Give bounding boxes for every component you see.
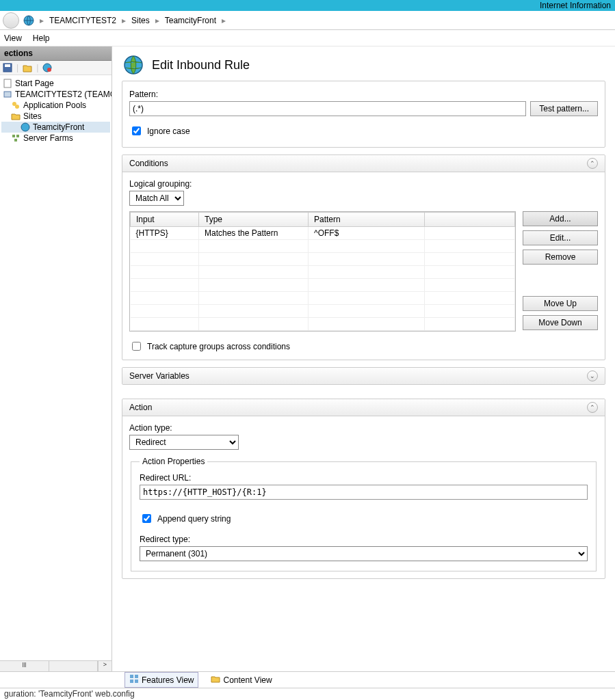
svg-rect-16 [130,679,133,683]
scrollbar-track[interactable] [49,661,99,671]
move-down-button[interactable]: Move Down [523,315,598,330]
ignore-case-label: Ignore case [147,126,190,136]
scrollbar-track[interactable]: Ⅲ [0,661,49,671]
tree-server[interactable]: TEAMCITYTEST2 (TEAMCITY [1,89,110,100]
action-type-select[interactable]: Redirect [129,435,239,450]
table-row: . [131,279,515,292]
tab-content-view[interactable]: Content View [207,673,276,687]
remove-condition-button[interactable]: Remove [523,250,598,265]
action-properties-legend: Action Properties [140,457,207,466]
svg-rect-17 [135,679,138,683]
chevron-right-icon: ▸ [122,16,126,25]
table-row: . [131,266,515,279]
edit-condition-button[interactable]: Edit... [523,230,598,245]
add-condition-button[interactable]: Add... [523,211,598,226]
menu-help[interactable]: Help [33,33,50,43]
tree-site-teamcityfront[interactable]: TeamcityFront [1,122,110,133]
server-icon [3,90,12,99]
content-icon [211,674,220,686]
serverfarms-icon [11,133,21,143]
server-variables-title: Server Variables [129,371,189,381]
redirect-url-input[interactable] [140,485,588,500]
action-title: Action [129,403,152,412]
status-text: guration: 'TeamcityFront' web.config [4,689,135,699]
separator: | [36,63,38,72]
connections-tree: Start Page TEAMCITYTEST2 (TEAMCITY Appli… [0,75,112,660]
svg-rect-5 [4,79,11,88]
conditions-title: Conditions [129,159,168,168]
help-icon[interactable] [42,63,52,72]
save-icon[interactable] [3,63,12,72]
chevron-right-icon: ▸ [222,16,226,25]
action-type-label: Action type: [129,423,598,433]
col-type[interactable]: Type [199,213,309,227]
test-pattern-button[interactable]: Test pattern... [530,101,598,116]
status-bar: guration: 'TeamcityFront' web.config [0,688,615,700]
tree-server-farms[interactable]: Server Farms [1,133,110,144]
separator: | [16,63,18,72]
ignore-case-checkbox[interactable] [132,126,141,135]
redirect-url-label: Redirect URL: [140,473,588,483]
breadcrumb-site[interactable]: TeamcityFront [165,16,216,25]
table-row: . [131,240,515,253]
tree-start-page[interactable]: Start Page [1,78,110,89]
rule-globe-icon [123,55,144,75]
logical-grouping-label: Logical grouping: [129,179,598,189]
nav-back-button[interactable] [3,12,19,29]
tab-features-view[interactable]: Features View [125,672,198,688]
content-pane: Edit Inbound Rule Pattern: Test pattern.… [112,46,615,671]
window-title: Internet Information [540,1,611,10]
pattern-label: Pattern: [129,90,598,99]
globe-icon [21,122,30,132]
redirect-type-label: Redirect type: [140,535,588,544]
logical-grouping-select[interactable]: Match All [129,191,184,206]
table-row: . [131,292,515,305]
apppools-icon [11,100,21,110]
svg-rect-2 [5,64,10,67]
append-query-label: Append query string [157,514,231,524]
move-up-button[interactable]: Move Up [523,296,598,311]
collapse-button[interactable]: ⌃ [587,158,598,169]
chevron-right-icon: ▸ [40,16,44,25]
pattern-input[interactable] [129,101,526,116]
append-query-checkbox[interactable] [142,514,151,523]
svg-point-8 [15,105,19,109]
page-icon [3,79,12,88]
window-titlebar: Internet Information [0,0,615,11]
table-row: . [131,318,515,331]
folder-icon[interactable] [23,63,32,72]
svg-rect-12 [14,139,17,142]
svg-point-4 [47,68,51,72]
match-url-panel: Pattern: Test pattern... Ignore case [122,81,605,148]
svg-rect-15 [135,675,138,678]
tree-app-pools[interactable]: Application Pools [1,100,110,111]
breadcrumb-server[interactable]: TEAMCITYTEST2 [49,16,116,25]
expand-button[interactable]: ⌄ [587,371,598,381]
svg-point-9 [21,123,29,131]
server-variables-panel: Server Variables ⌄ [122,367,605,385]
globe-icon [23,15,34,26]
tree-sites[interactable]: Sites [1,111,110,122]
svg-rect-14 [130,675,133,678]
table-row: . [131,253,515,266]
redirect-type-select[interactable]: Permanent (301) [140,546,588,561]
svg-rect-11 [16,135,19,137]
svg-rect-10 [12,135,15,137]
action-properties-fieldset: Action Properties Redirect URL: Append q… [131,457,597,571]
sidebar-scrollbar[interactable]: Ⅲ > [0,660,112,671]
col-input[interactable]: Input [131,213,199,227]
menu-view[interactable]: View [4,33,22,43]
menu-bar: View Help [0,30,615,46]
table-row[interactable]: {HTTPS} Matches the Pattern ^OFF$ [131,227,515,240]
col-pattern[interactable]: Pattern [309,213,425,227]
chevron-right-icon: ▸ [155,16,159,25]
collapse-button[interactable]: ⌃ [587,402,598,413]
breadcrumb-sites[interactable]: Sites [131,16,150,25]
track-capture-checkbox[interactable] [132,342,141,351]
conditions-table[interactable]: Input Type Pattern {HTTPS} Matches the P… [129,211,516,332]
connections-sidebar: ections | | Start Page TEAMCITYTEST2 (TE… [0,46,112,671]
address-bar: ▸ TEAMCITYTEST2 ▸ Sites ▸ TeamcityFront … [0,11,615,30]
page-title: Edit Inbound Rule [152,58,250,72]
scroll-right-icon[interactable]: > [98,661,112,671]
conditions-panel: Conditions ⌃ Logical grouping: Match All… [122,154,605,360]
